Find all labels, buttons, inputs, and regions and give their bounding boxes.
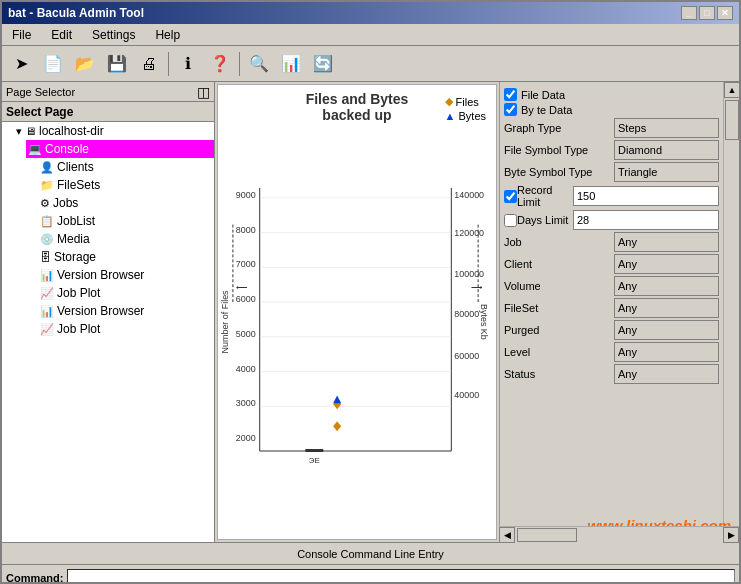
tree-item-filesets[interactable]: 📁 FileSets [38,176,214,194]
toolbar-print[interactable]: 🖨 [134,50,164,78]
page-selector-icon[interactable]: ◫ [197,84,210,100]
page-selector-header: Page Selector ◫ [2,82,214,102]
volume-row: Volume Any [504,276,719,296]
console-label: Console Command Line Entry [297,548,444,560]
record-limit-input[interactable] [573,186,719,206]
status-row: Status Any [504,364,719,384]
byte-data-checkbox[interactable] [504,103,517,116]
level-value[interactable]: Any [614,342,719,362]
menu-file[interactable]: File [6,26,37,44]
tree-item-console[interactable]: 💻 Console [26,140,214,158]
client-row: Client Any [504,254,719,274]
minimize-button[interactable]: _ [681,6,697,20]
svg-text:5000: 5000 [236,329,256,339]
tree-label-version1: Version Browser [57,268,144,282]
volume-value[interactable]: Any [614,276,719,296]
toolbar-save[interactable]: 💾 [102,50,132,78]
menu-help[interactable]: Help [149,26,186,44]
toolbar: ➤ 📄 📂 💾 🖨 ℹ ❓ 🔍 📊 🔄 [2,46,739,82]
days-limit-checkbox[interactable] [504,214,517,227]
version1-icon: 📊 [40,269,54,282]
select-page-label: Select Page [2,102,214,122]
toolbar-info[interactable]: ℹ [173,50,203,78]
client-value[interactable]: Any [614,254,719,274]
tree-item-storage[interactable]: 🗄 Storage [38,248,214,266]
left-panel: Page Selector ◫ Select Page ▾ 🖥 localhos… [2,82,215,542]
main-area: Page Selector ◫ Select Page ▾ 🖥 localhos… [2,82,739,542]
command-label: Command: [6,572,63,584]
tree-arrow-localhost: ▾ [16,125,22,138]
toolbar-help[interactable]: ❓ [205,50,235,78]
svg-text:Number of Files: Number of Files [220,290,230,354]
tree-label-console: Console [45,142,89,156]
tree-item-version2[interactable]: 📊 Version Browser [38,302,214,320]
command-input[interactable] [67,569,735,585]
scroll-up-button[interactable]: ▲ [724,82,739,98]
bytes-point-1 [333,395,341,403]
tree-item-clients[interactable]: 👤 Clients [38,158,214,176]
toolbar-arrow[interactable]: ➤ [6,50,36,78]
menu-settings[interactable]: Settings [86,26,141,44]
level-label: Level [504,346,614,358]
status-value[interactable]: Any [614,364,719,384]
files-point-2 [333,421,341,431]
tree-item-joblist[interactable]: 📋 JobList [38,212,214,230]
toolbar-search[interactable]: 🔍 [244,50,274,78]
purged-value[interactable]: Any [614,320,719,340]
hscroll-thumb[interactable] [517,528,577,542]
svg-text:80000: 80000 [454,309,479,319]
file-data-row: File Data [504,88,719,101]
file-tree: ▾ 🖥 localhost-dir 💻 Console 👤 Clients 📁 … [2,122,214,542]
title-text: bat - Bacula Admin Tool [8,6,144,20]
settings-panel: ▲ ▼ File Data By te Data [499,82,739,542]
close-button[interactable]: ✕ [717,6,733,20]
job-value[interactable]: Any [614,232,719,252]
fileset-value[interactable]: Any [614,298,719,318]
graph-type-row: Graph Type Steps [504,118,719,138]
record-limit-checkbox[interactable] [504,190,517,203]
graph-type-value[interactable]: Steps [614,118,719,138]
tree-item-jobs[interactable]: ⚙ Jobs [38,194,214,212]
days-limit-row: Days Limit [504,210,719,230]
toolbar-chart[interactable]: 📊 [276,50,306,78]
hscroll-left-button[interactable]: ◀ [499,527,515,543]
toolbar-sep-2 [239,52,240,76]
maximize-button[interactable]: □ [699,6,715,20]
client-label: Client [504,258,614,270]
tree-label-jobs: Jobs [53,196,78,210]
fileset-row: FileSet Any [504,298,719,318]
file-symbol-value[interactable]: Diamond [614,140,719,160]
titlebar: bat - Bacula Admin Tool _ □ ✕ [2,2,739,24]
record-limit-check-group: Record Limit [504,184,573,208]
days-limit-input[interactable] [573,210,719,230]
scroll-thumb[interactable] [725,100,739,140]
console-icon: 💻 [28,143,42,156]
tree-item-version1[interactable]: 📊 Version Browser [38,266,214,284]
file-data-checkbox[interactable] [504,88,517,101]
chart-svg: 9000 8000 7000 6000 5000 4000 3000 2000 … [218,85,496,539]
byte-symbol-label: Byte Symbol Type [504,166,614,178]
days-limit-label: Days Limit [517,214,568,226]
job-row: Job Any [504,232,719,252]
toolbar-doc[interactable]: 📄 [38,50,68,78]
svg-text:⟶: ⟶ [471,283,483,292]
toolbar-refresh[interactable]: 🔄 [308,50,338,78]
byte-symbol-value[interactable]: Triangle [614,162,719,182]
svg-text:9000: 9000 [236,190,256,200]
jobplot1-icon: 📈 [40,287,54,300]
graph-area: Files and Bytes backed up ◆ Files ▲ Byte… [217,84,497,540]
jobs-icon: ⚙ [40,197,50,210]
tree-label-media: Media [57,232,90,246]
tree-item-localhost[interactable]: ▾ 🖥 localhost-dir [14,122,214,140]
settings-hscroll: ◀ ▶ [499,526,739,542]
tree-item-jobplot2[interactable]: 📈 Job Plot [38,320,214,338]
svg-text:ЭЕ: ЭЕ [309,456,320,465]
menu-edit[interactable]: Edit [45,26,78,44]
tree-item-media[interactable]: 💿 Media [38,230,214,248]
scroll-track [724,98,739,526]
tree-item-jobplot1[interactable]: 📈 Job Plot [38,284,214,302]
hscroll-right-button[interactable]: ▶ [723,527,739,543]
tree-label-jobplot1: Job Plot [57,286,100,300]
toolbar-open[interactable]: 📂 [70,50,100,78]
toolbar-sep-1 [168,52,169,76]
